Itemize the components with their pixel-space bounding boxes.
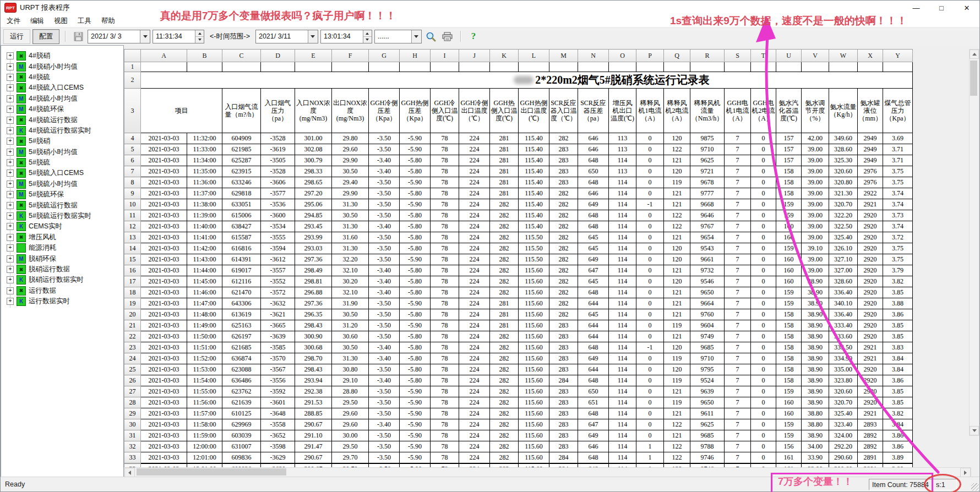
data-cell[interactable]: 119 [664, 397, 690, 408]
vertical-scroll-thumb[interactable] [970, 61, 977, 96]
data-cell[interactable]: 615006 [222, 210, 261, 221]
data-cell[interactable]: 29.90 [332, 188, 369, 199]
data-cell[interactable]: 281 [490, 309, 519, 320]
data-cell[interactable]: 7 [725, 441, 751, 452]
data-cell[interactable]: -3.40 [369, 375, 400, 386]
data-cell[interactable]: 9721 [690, 166, 725, 177]
data-cell[interactable]: 224 [459, 353, 490, 364]
time-cell[interactable]: 11:42:00 [187, 243, 222, 254]
data-cell[interactable]: 78 [431, 331, 459, 342]
date-cell[interactable]: 2021-03-03 [141, 309, 187, 320]
empty-cell[interactable] [369, 62, 400, 72]
data-cell[interactable]: 224 [459, 342, 490, 353]
data-cell[interactable]: 648 [578, 210, 609, 221]
data-cell[interactable]: 3.83 [883, 342, 913, 353]
data-cell[interactable]: 649 [578, 254, 609, 265]
data-cell[interactable]: 159 [776, 210, 802, 221]
data-cell[interactable]: 9646 [690, 210, 725, 221]
data-cell[interactable]: 78 [431, 265, 459, 276]
date-cell[interactable]: 2021-03-03 [141, 419, 187, 430]
data-cell[interactable]: 78 [431, 254, 459, 265]
data-cell[interactable]: 288.85 [295, 408, 332, 419]
column-letter-header[interactable]: L [519, 50, 549, 62]
data-cell[interactable]: 158 [776, 364, 802, 375]
date-cell[interactable]: 2021-03-03 [141, 221, 187, 232]
data-cell[interactable]: 159 [776, 298, 802, 309]
date-cell[interactable]: 2021-03-03 [141, 452, 187, 463]
column-letter-header[interactable]: D [261, 50, 295, 62]
data-cell[interactable]: 224 [459, 320, 490, 331]
data-cell[interactable]: 281 [490, 320, 519, 331]
tree-item[interactable]: + 5#脱硫运行数据实时 [1, 211, 123, 221]
data-cell[interactable]: 649 [578, 353, 609, 364]
data-cell[interactable]: -3.50 [369, 408, 400, 419]
data-cell[interactable]: 648 [578, 375, 609, 386]
row-number-cell[interactable]: 19 [124, 298, 141, 309]
data-cell[interactable]: 2920 [858, 397, 883, 408]
data-cell[interactable]: 0 [636, 276, 664, 287]
tree-item[interactable]: + 5#脱硫入口CEMS [1, 168, 123, 178]
time-cell[interactable]: 11:51:00 [187, 342, 222, 353]
column-letter-header[interactable]: Y [883, 50, 913, 62]
tree-item[interactable]: + 5#脱硫小时均值 [1, 179, 123, 189]
data-cell[interactable]: 114 [609, 298, 636, 309]
data-cell[interactable]: 7 [725, 298, 751, 309]
expand-plus-icon[interactable]: + [7, 106, 14, 113]
data-cell[interactable]: 300.90 [295, 331, 332, 342]
row-number-cell[interactable]: 21 [124, 320, 141, 331]
expand-plus-icon[interactable]: + [7, 127, 14, 134]
data-cell[interactable]: -3505 [261, 155, 295, 166]
menu-item[interactable]: 文件 [2, 15, 25, 27]
data-cell[interactable]: -3639 [261, 331, 295, 342]
column-header-cell[interactable]: 出口NOX浓度 (mg/Nm3) [332, 89, 369, 133]
data-cell[interactable]: 121 [664, 331, 690, 342]
data-cell[interactable]: 120 [664, 276, 690, 287]
data-cell[interactable]: 119 [664, 353, 690, 364]
data-cell[interactable]: 646 [578, 441, 609, 452]
data-cell[interactable]: 0 [751, 342, 776, 353]
data-cell[interactable]: 121 [664, 232, 690, 243]
data-cell[interactable]: -5.90 [400, 441, 431, 452]
column-header-cell[interactable]: 稀释风机流量（Nm3/h） [690, 89, 725, 133]
data-cell[interactable]: 0 [751, 232, 776, 243]
data-cell[interactable]: 29.80 [332, 133, 369, 144]
data-cell[interactable]: 78 [431, 210, 459, 221]
data-cell[interactable]: -5.90 [400, 452, 431, 463]
data-cell[interactable]: 9654 [690, 232, 725, 243]
expand-plus-icon[interactable]: + [7, 74, 14, 81]
data-cell[interactable]: -5.80 [400, 342, 431, 353]
data-cell[interactable]: 33.90 [802, 452, 829, 463]
data-cell[interactable]: 0 [751, 243, 776, 254]
vertical-scrollbar[interactable] [969, 49, 979, 436]
tree-item[interactable]: + 脱硝运行数据实时 [1, 275, 123, 285]
data-cell[interactable]: 0 [751, 408, 776, 419]
data-cell[interactable]: 78 [431, 320, 459, 331]
empty-cell[interactable] [459, 62, 490, 72]
data-cell[interactable]: 3.69 [883, 133, 913, 144]
empty-cell[interactable] [431, 62, 459, 72]
data-cell[interactable]: -3.40 [369, 276, 400, 287]
expand-plus-icon[interactable]: + [7, 244, 14, 252]
empty-cell[interactable] [751, 62, 776, 72]
column-letter-header[interactable]: W [829, 50, 858, 62]
data-cell[interactable]: 282 [490, 408, 519, 419]
date-cell[interactable]: 2021-03-03 [141, 232, 187, 243]
column-letter-header[interactable]: F [332, 50, 369, 62]
column-header-cell[interactable]: 煤气总管压力（Kpa） [883, 89, 913, 133]
data-cell[interactable]: -3.50 [369, 320, 400, 331]
data-cell[interactable]: 31.20 [332, 320, 369, 331]
data-cell[interactable]: -3567 [261, 364, 295, 375]
data-cell[interactable]: -3.40 [369, 155, 400, 166]
column-header-cell[interactable]: GGH热侧压差（Kpa） [400, 89, 431, 133]
data-cell[interactable]: 3.82 [883, 276, 913, 287]
data-cell[interactable]: 122 [664, 221, 690, 232]
data-cell[interactable]: 298.70 [295, 353, 332, 364]
data-cell[interactable]: -3528 [261, 133, 295, 144]
data-cell[interactable]: -5.90 [400, 177, 431, 188]
data-cell[interactable]: 78 [431, 232, 459, 243]
data-cell[interactable]: 9625 [690, 155, 725, 166]
end-date-picker[interactable]: 2021/ 3/11 [255, 30, 318, 43]
data-cell[interactable]: 115.60 [519, 287, 549, 298]
tree-item[interactable]: + 5#脱硝 [1, 136, 123, 146]
data-cell[interactable]: 121 [664, 309, 690, 320]
